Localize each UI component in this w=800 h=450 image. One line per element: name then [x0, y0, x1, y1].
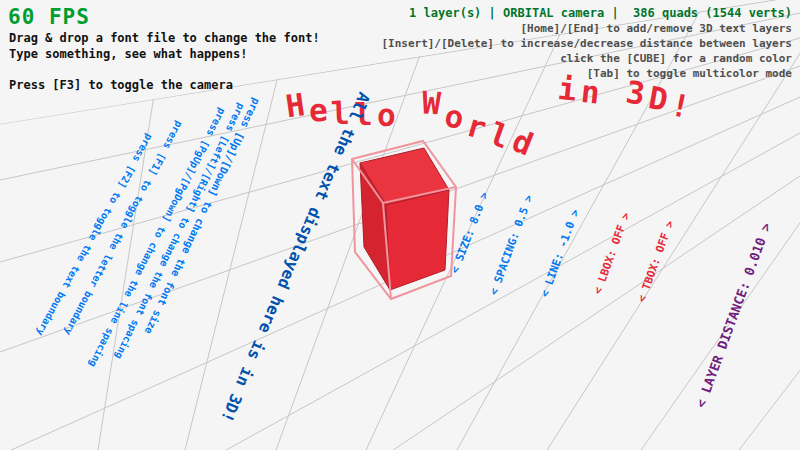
keyboard-hints: [Home]/[End] to add/remove 3D text layer…: [381, 23, 792, 83]
wave-letter: [399, 96, 422, 127]
type-hint: Type something, see what happens!: [9, 48, 247, 60]
keyboard-hint-line: [Tab] to toggle multicolor mode: [381, 68, 792, 79]
keyboard-hint-line: click the [CUBE] for a random color: [381, 53, 792, 64]
keyboard-hint-line: [Insert]/[Delete] to increase/decrease d…: [381, 38, 792, 49]
camera-toggle-hint: Press [F3] to toggle the camera: [9, 79, 233, 91]
wave-letter: [535, 118, 558, 149]
wave-letter: [603, 80, 626, 111]
raylib-text3d-viewport: Hello World in 3D! All the text displaye…: [0, 0, 800, 450]
fps-counter: 60 FPS: [8, 7, 90, 28]
wave-letter: !: [668, 89, 697, 124]
wave-letter: e: [308, 94, 333, 127]
drag-drop-hint: Drag & drop a font file to change the fo…: [9, 32, 320, 44]
wave-letter: o: [376, 100, 400, 132]
cube[interactable]: [352, 141, 456, 299]
render-stats: 1 layer(s) | ORBITAL camera | 386 quads …: [409, 7, 792, 19]
wave-letter: W: [421, 87, 446, 120]
keyboard-hint-line: [Home]/[End] to add/remove 3D text layer…: [381, 23, 792, 34]
wave-letter: H: [284, 89, 311, 123]
